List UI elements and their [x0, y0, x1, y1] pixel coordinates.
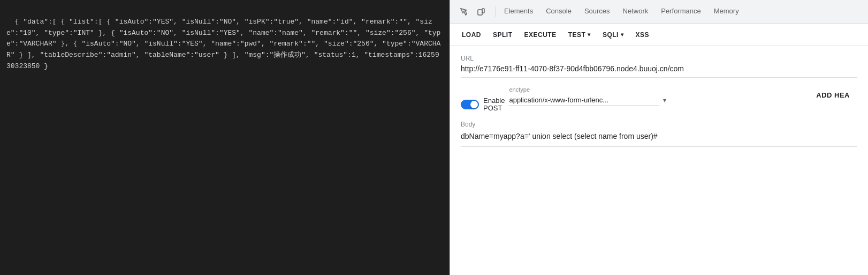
tab-network[interactable]: Network — [616, 0, 655, 24]
enctype-block: enctype application/x-www-form-urlenc...… — [509, 86, 809, 106]
svg-rect-0 — [478, 10, 482, 15]
load-button[interactable]: LOAD — [456, 27, 486, 42]
url-section: URL http://e7176e91-ff11-4070-8f37-90d4f… — [461, 55, 857, 78]
enable-label: Enable — [483, 97, 505, 104]
add-header-button[interactable]: ADD HEA — [809, 86, 857, 103]
enctype-label: enctype — [509, 86, 809, 93]
inspect-icon[interactable] — [456, 4, 471, 19]
main-content: URL http://e7176e91-ff11-4070-8f37-90d4f… — [450, 46, 868, 275]
enable-toggle[interactable] — [461, 100, 479, 109]
enable-post-labels: Enable POST — [483, 97, 505, 112]
enctype-select[interactable]: application/x-www-form-urlenc... — [509, 95, 659, 106]
devtools-panel: Elements Console Sources Network Perform… — [450, 0, 868, 275]
body-value[interactable]: dbName=myapp?a=' union select (select na… — [461, 130, 857, 147]
device-toggle-icon[interactable] — [474, 4, 489, 19]
devtools-icon-group — [452, 4, 493, 19]
json-content: { "data":[ { "list":[ { "isAuto":"YES", … — [6, 18, 440, 70]
body-section: Body dbName=myapp?a=' union select (sele… — [461, 121, 857, 266]
tab-sources[interactable]: Sources — [578, 0, 616, 24]
tab-console[interactable]: Console — [539, 0, 578, 24]
body-label: Body — [461, 121, 857, 128]
svg-rect-1 — [482, 9, 484, 13]
tab-elements[interactable]: Elements — [498, 0, 539, 24]
tab-divider — [495, 6, 496, 17]
test-button[interactable]: TEST — [563, 27, 596, 42]
enctype-select-row: application/x-www-form-urlenc... ▾ — [509, 95, 809, 106]
url-label: URL — [461, 55, 857, 62]
enctype-dropdown-arrow[interactable]: ▾ — [663, 96, 666, 104]
tab-performance[interactable]: Performance — [654, 0, 707, 24]
enable-enctype-section: Enable POST enctype application/x-www-fo… — [461, 86, 857, 112]
post-label: POST — [483, 104, 505, 112]
url-value[interactable]: http://e7176e91-ff11-4070-8f37-90d4fbb06… — [461, 64, 857, 78]
split-button[interactable]: SPLIT — [488, 27, 518, 42]
xss-button[interactable]: XSS — [630, 27, 654, 42]
json-response-panel: { "data":[ { "list":[ { "isAuto":"YES", … — [0, 0, 450, 275]
devtools-tab-bar: Elements Console Sources Network Perform… — [450, 0, 868, 24]
sqli-button[interactable]: SQLI — [597, 27, 629, 42]
toggle-container: Enable POST — [461, 97, 505, 112]
toolbar: LOAD SPLIT EXECUTE TEST SQLI XSS — [450, 24, 868, 46]
tab-memory[interactable]: Memory — [707, 0, 745, 24]
execute-button[interactable]: EXECUTE — [519, 27, 562, 42]
